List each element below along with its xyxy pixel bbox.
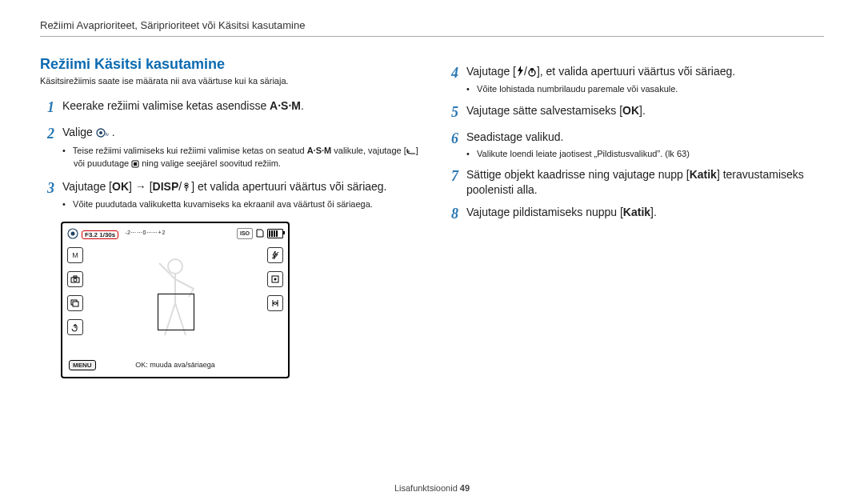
step-number: 3 xyxy=(40,179,54,210)
page-footer: Lisafunktsioonid 49 xyxy=(0,483,864,493)
steps-list-left: 1 Keerake režiimi valimise ketas asendis… xyxy=(40,98,420,210)
step-body: Vajutage pildistamiseks nuppu [Katik]. xyxy=(466,205,824,223)
running-header: Režiimi Avaprioriteet, Säriprioriteet võ… xyxy=(40,19,824,37)
step-sub-note: • Võite lohistada numbrilaudu paremale v… xyxy=(466,83,824,95)
step-body: Vajutage [OK] → [DISP/] et valida apertu… xyxy=(62,179,420,210)
svg-rect-12 xyxy=(73,302,78,306)
svg-point-16 xyxy=(168,259,182,274)
step-sub-note: • Valikute loendi leiate jaotisest „Pild… xyxy=(466,148,824,160)
mode-manual-icon xyxy=(67,228,78,241)
footer-label: Lisafunktsioonid xyxy=(394,483,460,493)
steps-list-right: 4 Vajutage [/], et valida apertuuri väär… xyxy=(444,64,824,223)
manual-page: Režiimi Avaprioriteet, Säriprioriteet võ… xyxy=(0,0,864,504)
step-number: 4 xyxy=(444,64,458,95)
step-sub-note: • Võite puudutada valikuketta kuvamiseks… xyxy=(62,198,420,210)
svg-point-1 xyxy=(99,131,102,134)
stabilizer-icon xyxy=(267,295,283,311)
lcd-right-icons xyxy=(267,247,283,311)
mode-square-icon xyxy=(131,159,139,171)
page-number: 49 xyxy=(460,483,470,493)
back-return-icon xyxy=(406,146,416,158)
section-title: Režiimi Käsitsi kasutamine xyxy=(40,56,420,73)
shutter-label: Katik xyxy=(623,206,650,218)
step-number: 5 xyxy=(444,103,458,122)
step-body: Valige M . • Teise režiimi valimiseks ku… xyxy=(62,125,420,171)
camera-icon xyxy=(67,271,83,287)
disp-button-label: DISP xyxy=(153,180,179,193)
ok-button-label: OK xyxy=(622,104,639,117)
flash-off-icon xyxy=(267,247,283,263)
svg-rect-4 xyxy=(134,162,137,166)
af-icon xyxy=(267,271,283,287)
lcd-left-icons: M xyxy=(67,247,83,335)
drive-icon xyxy=(67,295,83,311)
step-body: Sättige objekt kaadrisse ning vajutage n… xyxy=(466,167,824,196)
camera-lcd-illustration: F3.2 1/30s -2⋯⋯0⋯⋯+2 ISO M xyxy=(61,222,290,378)
step-number: 1 xyxy=(40,98,54,117)
lcd-top-right: ISO xyxy=(237,228,283,239)
lcd-hint-text: OK: muuda ava/säriaega xyxy=(62,361,288,369)
shutter-label: Katik xyxy=(690,168,717,181)
step-sub-note: • Teise režiimi valimiseks kui režiimi v… xyxy=(62,145,420,172)
touch-icon xyxy=(67,319,83,335)
right-column: 4 Vajutage [/], et valida apertuuri väär… xyxy=(444,56,824,378)
svg-point-15 xyxy=(274,278,277,281)
af-frame xyxy=(158,294,194,330)
lens-manual-icon: M xyxy=(96,126,109,141)
left-column: Režiimi Käsitsi kasutamine Käsitsirežiim… xyxy=(40,56,420,378)
timer-icon xyxy=(527,66,537,80)
step-body: Keerake režiimi valimise ketas asendisse… xyxy=(62,98,420,117)
svg-text:M: M xyxy=(106,132,109,137)
svg-point-9 xyxy=(74,278,77,282)
asm-mode-icon: A·S·M xyxy=(307,146,332,155)
exposure-readout: F3.2 1/30s xyxy=(82,230,118,239)
step-number: 2 xyxy=(40,125,54,171)
intro-text: Käsitsirežiimis saate ise määrata nii av… xyxy=(40,76,420,86)
step-number: 6 xyxy=(444,130,458,159)
step-body: Vajutage [/], et valida apertuuri väärtu… xyxy=(466,64,824,95)
card-icon xyxy=(256,228,264,239)
iso-indicator: ISO xyxy=(237,228,253,239)
svg-rect-10 xyxy=(74,276,77,278)
two-column-layout: Režiimi Käsitsi kasutamine Käsitsirežiim… xyxy=(40,56,824,378)
step-body: Seadistage valikud. • Valikute loendi le… xyxy=(466,130,824,159)
ev-scale: -2⋯⋯0⋯⋯+2 xyxy=(125,230,166,236)
step-number: 7 xyxy=(444,167,458,196)
flash-icon xyxy=(516,66,524,80)
asm-mode-icon: A·S·M xyxy=(270,99,301,112)
battery-icon xyxy=(267,229,283,238)
ok-button-label: OK xyxy=(112,180,129,193)
step-body: Vajutage sätte salvestamiseks [OK]. xyxy=(466,103,824,122)
macro-flower-icon xyxy=(182,181,191,195)
step-number: 8 xyxy=(444,205,458,223)
svg-point-7 xyxy=(71,232,75,236)
mode-m-icon: M xyxy=(67,247,83,263)
